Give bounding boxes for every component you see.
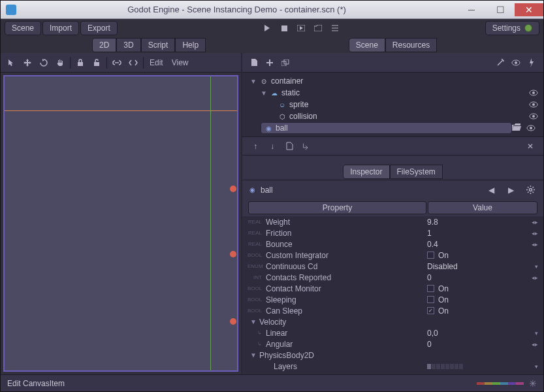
eye-icon[interactable]: [529, 101, 539, 108]
menu-export[interactable]: Export: [80, 21, 118, 35]
tab-filesystem[interactable]: FileSystem: [390, 165, 443, 179]
prop-value[interactable]: 9.8◂▸: [427, 218, 538, 227]
lock-icon[interactable]: [72, 56, 88, 70]
ball-icon: ◉: [248, 186, 257, 195]
tree-row[interactable]: ▼ ☁ static: [246, 87, 539, 99]
handle-icon[interactable]: [230, 318, 236, 325]
tree-row-root[interactable]: ▼ ⊙ container: [246, 75, 539, 87]
view-menu[interactable]: View: [168, 58, 193, 67]
prop-name: Contact Monitor: [264, 284, 427, 293]
node-label: static: [281, 88, 300, 97]
stop-icon[interactable]: [276, 21, 292, 35]
rotate-icon[interactable]: [36, 56, 52, 70]
group-velocity[interactable]: ▼Velocity: [242, 316, 543, 327]
history-forward-icon[interactable]: ▶: [503, 183, 519, 197]
tab-scene[interactable]: Scene: [349, 38, 385, 52]
prop-value[interactable]: On: [427, 284, 538, 293]
unlock-icon[interactable]: [89, 56, 104, 70]
prop-value[interactable]: On: [427, 295, 538, 304]
checkbox[interactable]: [427, 252, 434, 259]
move-icon[interactable]: [20, 56, 35, 70]
checkbox[interactable]: [427, 285, 434, 292]
prop-name: Weight: [264, 218, 427, 227]
tab-script[interactable]: Script: [141, 38, 176, 52]
visibility-icon[interactable]: [508, 56, 524, 70]
handle-icon[interactable]: [230, 251, 236, 257]
inspector-header: ◉ ball ◀ ▶: [242, 180, 543, 199]
prop-row[interactable]: REALBounce0.4◂▸: [242, 238, 543, 250]
add-icon[interactable]: [262, 56, 278, 70]
expand-icon[interactable]: ▼: [250, 78, 257, 85]
list-icon[interactable]: [327, 21, 343, 35]
prop-row[interactable]: BOOLCustom IntegratorOn: [242, 250, 543, 261]
viewport-toolbar: Edit View: [1, 53, 241, 73]
history-back-icon[interactable]: ◀: [483, 183, 499, 197]
expand-icon[interactable]: ▼: [261, 90, 267, 97]
prop-row[interactable]: INTContacts Reported0◂▸: [242, 272, 543, 283]
settings-button[interactable]: Settings: [485, 21, 539, 35]
prop-value[interactable]: ✓On: [427, 306, 538, 316]
new-node-icon[interactable]: [246, 56, 262, 70]
prop-row[interactable]: ↳Angular0◂▸: [242, 338, 543, 350]
pan-icon[interactable]: [52, 56, 68, 70]
tab-resources[interactable]: Resources: [385, 38, 437, 52]
checkbox[interactable]: ✓: [427, 307, 434, 314]
statusbar: Edit CanvasItem ✳: [1, 374, 543, 391]
tab-inspector[interactable]: Inspector: [343, 165, 389, 179]
node-icon: ⊙: [259, 76, 268, 86]
prop-value[interactable]: 1◂▸: [427, 229, 538, 238]
edit-menu[interactable]: Edit: [146, 58, 167, 67]
prop-value[interactable]: On: [427, 251, 538, 260]
reparent-icon[interactable]: [298, 139, 314, 154]
open-scene-icon[interactable]: [512, 123, 524, 133]
prop-value[interactable]: Disabled▾: [427, 262, 538, 271]
viewport-2d[interactable]: [3, 75, 238, 372]
tab-2d[interactable]: 2D: [92, 38, 116, 52]
menu-scene[interactable]: Scene: [5, 21, 41, 35]
prop-row[interactable]: Layers▾: [242, 361, 543, 372]
delete-icon[interactable]: ✕: [522, 139, 538, 154]
duplicate-icon[interactable]: [281, 139, 297, 154]
tab-3d[interactable]: 3D: [116, 38, 140, 52]
signals-icon[interactable]: [524, 56, 539, 70]
prop-row[interactable]: REALFriction1◂▸: [242, 227, 543, 238]
close-button[interactable]: ✕: [515, 3, 543, 16]
prop-value[interactable]: 0◂▸: [427, 273, 538, 282]
tree-row[interactable]: ☺ sprite: [246, 99, 539, 110]
eye-icon[interactable]: [529, 90, 539, 96]
move-down-icon[interactable]: ↓: [264, 139, 280, 154]
handle-icon[interactable]: [230, 186, 236, 192]
node-label: container: [271, 76, 303, 86]
prop-row[interactable]: REALWeight9.8◂▸: [242, 216, 543, 227]
tree-row[interactable]: ⬡ collision: [246, 110, 539, 122]
header-value: Value: [428, 201, 537, 214]
svg-point-16: [532, 115, 535, 118]
checkbox[interactable]: [427, 296, 434, 303]
prop-row[interactable]: ENUMContinuous CdDisabled▾: [242, 261, 543, 272]
tab-help[interactable]: Help: [175, 38, 206, 52]
menu-import[interactable]: Import: [42, 21, 79, 35]
prop-row[interactable]: BOOLContact MonitorOn: [242, 283, 543, 294]
link-icon[interactable]: [109, 56, 125, 70]
select-icon[interactable]: [3, 56, 19, 70]
play-scene-icon[interactable]: [293, 21, 309, 35]
prop-value[interactable]: 0.4◂▸: [427, 240, 538, 249]
play-icon[interactable]: [259, 21, 275, 35]
minimize-button[interactable]: ─: [457, 3, 486, 16]
scene-tree[interactable]: ▼ ⊙ container ▼ ☁ static ☺ sprite ⬡: [242, 73, 543, 137]
eye-icon[interactable]: [529, 113, 539, 120]
eye-icon[interactable]: [526, 125, 537, 131]
connect-icon[interactable]: [492, 56, 508, 70]
prop-row[interactable]: BOOLSleepingOn: [242, 294, 543, 305]
group-physicsbody[interactable]: ▼PhysicsBody2D: [242, 350, 543, 361]
tree-row-selected[interactable]: ◉ ball: [261, 122, 512, 134]
gear-icon[interactable]: [522, 183, 538, 197]
maximize-button[interactable]: ☐: [486, 3, 515, 16]
code-icon[interactable]: [125, 56, 141, 70]
prop-row[interactable]: ↳Linear0,0▾: [242, 327, 543, 338]
instance-icon[interactable]: [278, 56, 293, 70]
move-up-icon[interactable]: ↑: [248, 139, 263, 154]
prop-row[interactable]: BOOLCan Sleep✓On: [242, 305, 543, 316]
property-list[interactable]: REALWeight9.8◂▸REALFriction1◂▸REALBounce…: [242, 216, 543, 374]
folder-icon[interactable]: [310, 21, 326, 35]
